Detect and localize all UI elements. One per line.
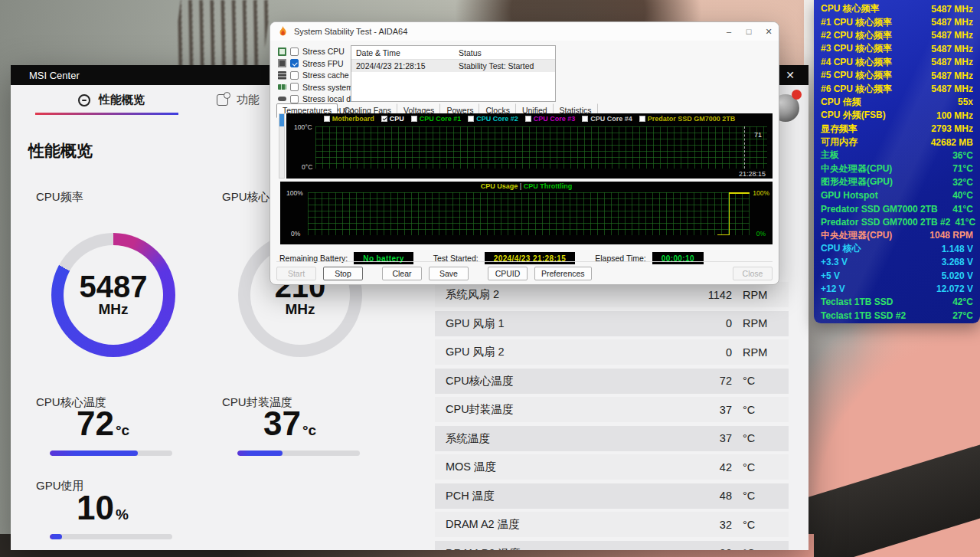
sensor-panel-row: 中央处理器(CPU) 71°C <box>814 162 980 175</box>
sensor-unit: °C <box>743 432 775 444</box>
tab-features[interactable]: 功能 <box>217 93 260 107</box>
active-tab-underline <box>35 113 178 115</box>
y-axis-right-max: 100% <box>753 189 769 197</box>
list-item: 系统温度 37 °C <box>435 426 789 451</box>
sensor-panel-label: #5 CPU 核心频率 <box>821 69 892 82</box>
aida64-stability-test-window: System Stability Test - AIDA64 – □ ✕ Str… <box>270 21 779 285</box>
stress-label: Stress cache <box>302 70 349 80</box>
sensor-label: CPU核心温度 <box>446 374 514 388</box>
sensor-panel-value: 5487 MHz <box>926 70 973 81</box>
sensor-value: 30 <box>686 547 732 550</box>
stress-checkbox[interactable] <box>290 83 299 91</box>
sensor-panel-row: +3.3 V 3.268 V <box>814 255 980 268</box>
sensor-value: 48 <box>686 490 732 502</box>
sensor-value: 0 <box>686 346 732 359</box>
sensor-label: 系统风扇 2 <box>446 287 499 302</box>
aida64-flame-icon <box>278 26 288 38</box>
sensor-panel-value: 42°C <box>948 297 973 307</box>
legend-item: Predator SSD GM7000 2TB <box>639 115 736 123</box>
legend-item: CPU <box>381 115 404 123</box>
log-header-datetime: Date & Time <box>351 48 459 57</box>
wallpaper-hair-detail <box>172 0 271 74</box>
legend-checkbox[interactable] <box>411 116 417 122</box>
usage-graph-title: CPU Usage | CPU Throttling <box>280 182 773 190</box>
sensor-label: GPU 风扇 1 <box>446 316 505 331</box>
legend-checkbox[interactable] <box>525 116 531 122</box>
graph-scrollbar[interactable] <box>279 113 285 179</box>
preferences-button[interactable]: Preferences <box>534 267 592 280</box>
sensor-panel-value: 42682 MB <box>926 137 973 148</box>
minimize-icon[interactable]: – <box>719 22 739 41</box>
list-item: CPU封装温度 37 °C <box>435 397 789 422</box>
legend-checkbox[interactable] <box>582 116 588 122</box>
sensor-panel-label: +12 V <box>821 283 845 294</box>
y-axis-max: 100% <box>286 189 303 197</box>
gpu-usage-bar <box>50 534 172 539</box>
sensor-panel-row: #5 CPU 核心频率 5487 MHz <box>814 69 980 82</box>
sensor-panel-label: CPU 核心频率 <box>821 2 880 15</box>
sensor-panel-value: 40°C <box>948 190 973 201</box>
close-icon[interactable]: ✕ <box>759 22 779 41</box>
sensor-unit: RPM <box>743 346 775 359</box>
legend-checkbox[interactable] <box>639 116 645 122</box>
maximize-icon[interactable]: □ <box>739 22 759 41</box>
scrollbar-thumb[interactable] <box>279 114 284 126</box>
legend-checkbox[interactable] <box>381 116 387 122</box>
sensor-panel-row: CPU 核心频率 5487 MHz <box>814 2 980 15</box>
cpu-package-temp-bar <box>237 451 360 456</box>
list-item: MOS 温度 42 °C <box>435 454 789 480</box>
stop-button[interactable]: Stop <box>323 267 363 280</box>
sensor-value: 32 <box>686 519 732 531</box>
cpu-frequency-gauge: 5487 MHz <box>51 233 175 357</box>
sensor-panel-value: 5487 MHz <box>926 44 973 54</box>
sensor-panel-label: 显存频率 <box>821 123 858 136</box>
cpu-core-temp-bar <box>50 451 172 456</box>
sensor-panel-label: #4 CPU 核心频率 <box>821 56 892 69</box>
log-status: Stability Test: Started <box>459 61 555 70</box>
legend-label: CPU <box>390 115 404 123</box>
sensor-panel-label: #3 CPU 核心频率 <box>821 42 892 55</box>
list-item: DRAM B2 温度 30 °C <box>435 541 789 551</box>
sensor-panel-label: Predator SSD GM7000 2TB <box>821 204 938 215</box>
temperature-graph: Motherboard CPU CPU Core #1 CPU Core #2 <box>286 113 773 179</box>
graph-timestamp: 21:28:15 <box>739 170 766 178</box>
clear-button[interactable]: Clear <box>382 267 422 280</box>
table-row[interactable]: 2024/4/23 21:28:15 Stability Test: Start… <box>351 60 555 72</box>
sensor-panel-row: Predator SSD GM7000 2TB #2 41°C <box>814 215 980 228</box>
sensor-value: 72 <box>686 375 732 387</box>
close-button[interactable]: Close <box>733 267 773 280</box>
sensor-panel-value: 1048 RPM <box>925 230 973 241</box>
aida64-titlebar[interactable]: System Stability Test - AIDA64 – □ ✕ <box>270 22 779 41</box>
sensor-unit: °C <box>743 404 775 416</box>
graph-legend: Motherboard CPU CPU Core #1 CPU Core #2 <box>286 115 773 123</box>
start-button[interactable]: Start <box>276 267 316 280</box>
stress-checkbox[interactable] <box>290 48 299 56</box>
sensor-panel-row: 图形处理器(GPU) 32°C <box>814 175 980 188</box>
sensor-label: PCH 温度 <box>446 489 495 503</box>
sensor-label: DRAM B2 温度 <box>446 546 521 551</box>
sensor-panel-row: 中央处理器(CPU) 1048 RPM <box>814 229 980 242</box>
stress-checkbox[interactable] <box>290 59 299 67</box>
list-item: GPU 风扇 2 0 RPM <box>435 339 789 365</box>
sensor-panel-row: CPU 外频(FSB) 100 MHz <box>814 109 980 122</box>
sensor-panel-label: #6 CPU 核心频率 <box>821 83 892 96</box>
sensor-value: 42 <box>686 461 732 473</box>
save-button[interactable]: Save <box>429 267 469 280</box>
sensor-label: GPU 风扇 2 <box>446 345 505 359</box>
legend-checkbox[interactable] <box>468 116 474 122</box>
sensor-panel-row: #2 CPU 核心频率 5487 MHz <box>814 29 980 42</box>
cpuid-button[interactable]: CPUID <box>488 267 528 280</box>
stress-checkbox[interactable] <box>290 71 299 80</box>
sensor-panel-label: 图形处理器(GPU) <box>821 175 893 188</box>
legend-checkbox[interactable] <box>324 116 330 122</box>
sensor-panel-value: 41°C <box>950 217 975 228</box>
stress-checkbox[interactable] <box>290 95 299 103</box>
legend-label: CPU Core #4 <box>590 115 632 123</box>
log-header-status: Status <box>459 48 555 57</box>
usage-line-spike <box>729 192 730 235</box>
sensor-panel-label: Teclast 1TB SSD <box>821 297 893 307</box>
tab-label: 性能概览 <box>99 93 145 107</box>
cpu-frequency-label: CPU频率 <box>36 190 83 205</box>
tab-performance-overview[interactable]: 性能概览 <box>78 93 145 107</box>
list-item: 系统风扇 2 1142 RPM <box>435 282 789 307</box>
